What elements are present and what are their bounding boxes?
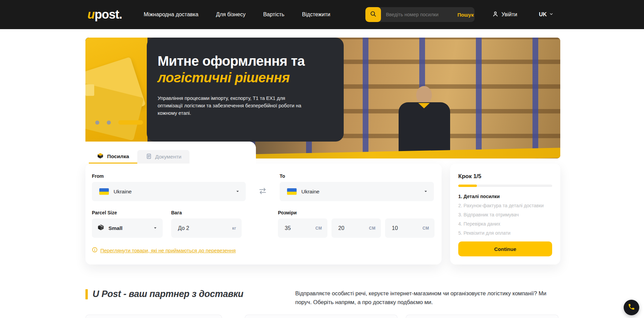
intro-section: U Post - ваш партнер з доставки Відправл… (85, 289, 560, 306)
restricted-items-link-row: Переглянути товари, які не приймаються д… (92, 247, 435, 254)
parcel-size-select[interactable]: Small (92, 218, 163, 238)
parcel-box-icon (97, 152, 104, 161)
direction-card-2[interactable] (245, 315, 398, 318)
logo-rest: post. (95, 7, 122, 21)
search-submit-button[interactable]: Пошук (452, 12, 475, 18)
nav-international-delivery[interactable]: Міжнародна доставка (144, 12, 198, 18)
to-country-select[interactable]: Ukraine (280, 182, 434, 201)
to-country-value: Ukraine (301, 189, 319, 195)
height-input-box: СМ (385, 218, 435, 238)
tab-documents-label: Документи (155, 154, 181, 160)
step-item-4: 4. Перевірка даних (458, 219, 552, 229)
step-item-3: 3. Відправник та отримувач (458, 210, 552, 219)
height-unit: СМ (422, 226, 429, 231)
logo-u: u (87, 7, 95, 21)
hero-text: Митне оформлення та логістичні рішення У… (158, 52, 317, 117)
progress-bar-track (458, 185, 552, 187)
restricted-items-link[interactable]: Переглянути товари, які не приймаються д… (100, 248, 236, 253)
dimensions-label: Розміри (278, 210, 435, 215)
nav-cost[interactable]: Вартість (263, 12, 284, 18)
weight-label: Вага (171, 210, 242, 215)
from-country-value: Ukraine (114, 189, 132, 195)
steps-list: 1. Деталі посилки 2. Рахунок-фактура та … (458, 192, 552, 238)
hero-title-line2: логістичні рішення (158, 69, 317, 86)
from-country-select[interactable]: Ukraine (92, 182, 246, 201)
ukraine-flag-icon (99, 188, 109, 195)
language-code: UK (539, 12, 547, 18)
warehouse-worker-photo (397, 86, 454, 158)
upost-logo[interactable]: upost. (87, 7, 122, 22)
navbar: upost. Міжнародна доставка Для бізнесу В… (0, 0, 644, 29)
step-counter: Крок 1/5 (458, 173, 552, 180)
length-input-box: СМ (278, 218, 327, 238)
parcel-size-label: Parcel Size (92, 210, 163, 215)
progress-bar-fill (458, 185, 477, 187)
tracking-number-input[interactable] (381, 12, 452, 17)
shipment-type-tabs: Посилка Документи (89, 150, 189, 164)
hero-banner: Митне оформлення та логістичні рішення У… (85, 38, 560, 158)
weight-input[interactable] (178, 225, 232, 231)
swap-countries-icon[interactable] (258, 187, 267, 197)
section-description: Відправляєте особисті речі, керуєте інте… (295, 289, 560, 306)
steps-card: Крок 1/5 1. Деталі посилки 2. Рахунок-фа… (450, 164, 560, 264)
parcel-form-card: From Ukraine To (85, 164, 442, 264)
weight-unit: кг (232, 226, 236, 231)
tab-parcel-label: Посилка (107, 153, 129, 160)
hero-subtitle: Управління процесами імпорту, експорту, … (158, 94, 304, 117)
length-input[interactable] (285, 225, 315, 231)
direction-card-1[interactable] (85, 315, 222, 318)
chevron-down-icon (424, 189, 428, 195)
height-input[interactable] (392, 225, 422, 231)
nav-track[interactable]: Відстежити (302, 12, 330, 18)
hero-yellow-panel (85, 38, 147, 158)
box-icon (97, 224, 104, 232)
carousel-dot-active[interactable] (118, 120, 143, 125)
documents-icon (145, 153, 152, 161)
phone-icon (628, 303, 635, 312)
tab-parcel[interactable]: Посилка (89, 150, 137, 164)
width-unit: СМ (369, 226, 376, 231)
chevron-down-icon (236, 189, 240, 195)
login-button[interactable]: Увійти (492, 11, 517, 19)
length-unit: СМ (315, 226, 322, 231)
hero-carousel-dots (95, 120, 143, 125)
direction-cards-row (85, 315, 560, 318)
nav-for-business[interactable]: Для бізнесу (216, 12, 245, 18)
ukraine-flag-icon (287, 188, 297, 195)
chevron-down-icon (549, 12, 554, 18)
contact-phone-button[interactable] (624, 300, 639, 315)
search-icon (370, 10, 377, 19)
tracking-search: Пошук (365, 7, 475, 22)
info-icon (92, 247, 98, 254)
weight-input-box: кг (171, 218, 242, 238)
tab-documents[interactable]: Документи (137, 150, 189, 164)
main-nav: Міжнародна доставка Для бізнесу Вартість… (144, 12, 330, 18)
shipment-type-tabs-wrap: Посилка Документи (85, 142, 256, 164)
heading-accent-bar (85, 289, 88, 299)
step-item-2: 2. Рахунок-фактура та деталі доставки (458, 201, 552, 210)
carousel-dot-2[interactable] (107, 121, 111, 125)
from-label: From (92, 173, 246, 179)
hero-title-line1: Митне оформлення та (158, 52, 317, 69)
to-label: To (280, 173, 434, 179)
login-label: Увійти (501, 12, 517, 18)
chevron-down-icon (153, 225, 157, 231)
parcel-size-value: Small (108, 225, 122, 231)
step-item-5: 5. Реквізити для оплати (458, 229, 552, 238)
width-input[interactable] (338, 225, 369, 231)
user-icon (492, 11, 499, 19)
direction-card-3[interactable] (406, 315, 559, 318)
language-selector[interactable]: UK (539, 12, 554, 18)
carousel-dot-1[interactable] (95, 121, 99, 125)
section-heading: U Post - ваш партнер з доставки (93, 289, 243, 299)
step-item-1: 1. Деталі посилки (458, 192, 552, 201)
continue-button[interactable]: Continue (458, 241, 552, 256)
search-icon-button[interactable] (365, 7, 381, 22)
width-input-box: СМ (331, 218, 381, 238)
